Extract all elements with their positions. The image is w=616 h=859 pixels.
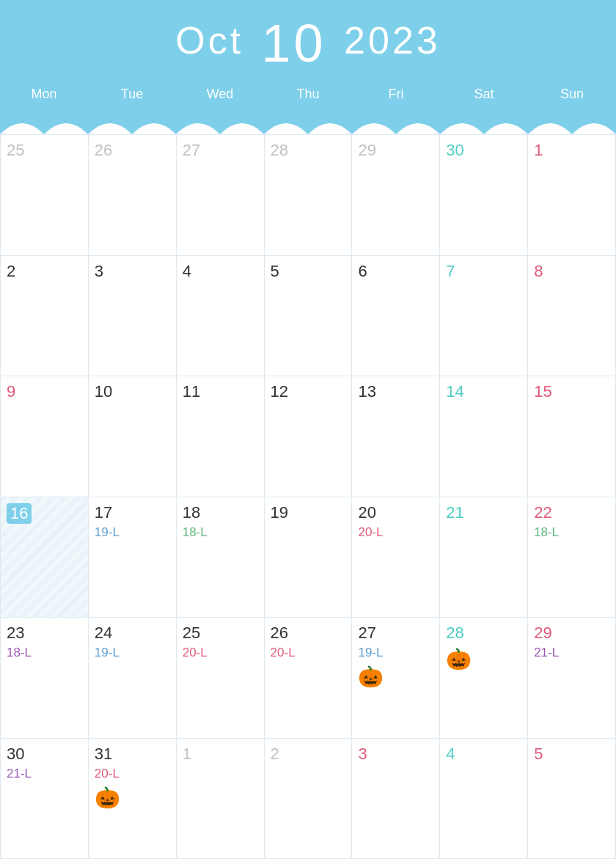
calendar-grid: 252627282930123456789101112131415161719-… [0, 134, 616, 859]
calendar-cell: 2 [265, 739, 353, 860]
day-number: 8 [534, 262, 543, 281]
day-number: 27 [183, 141, 200, 160]
calendar-cell: 2620-L [265, 618, 353, 739]
event-label: 18-L [7, 646, 82, 660]
calendar-cell: 2419-L [89, 618, 177, 739]
event-label: 20-L [358, 525, 433, 540]
day-header-fri: Fri [352, 81, 440, 112]
day-number: 11 [183, 382, 200, 401]
day-number: 24 [95, 624, 112, 643]
day-number: 4 [446, 745, 455, 764]
calendar-cell: 1719-L [89, 497, 177, 618]
event-label: 18-L [183, 525, 258, 540]
day-header-tue: Tue [88, 81, 176, 112]
event-label: 21-L [7, 767, 82, 781]
day-number: 13 [358, 382, 375, 401]
month-title: Oct 10 2023 [0, 13, 616, 73]
calendar: Oct 10 2023 MonTueWedThuFriSatSun 252627… [0, 0, 616, 859]
event-label: 20-L [95, 767, 170, 781]
calendar-cell: 15 [528, 376, 616, 497]
calendar-cell: 9 [1, 376, 89, 497]
day-header-thu: Thu [264, 81, 352, 112]
calendar-cell: 3 [89, 256, 177, 377]
event-label: 20-L [183, 646, 258, 660]
calendar-cell: 29 [352, 135, 440, 256]
year-text: 2023 [344, 19, 441, 62]
event-label: 20-L [271, 646, 346, 660]
calendar-cell: 8 [528, 256, 616, 377]
day-number: 2 [7, 262, 15, 281]
calendar-cell: 6 [352, 256, 440, 377]
calendar-cell: 11 [177, 376, 265, 497]
day-number: 1 [534, 141, 543, 160]
calendar-cell: 27 [177, 135, 265, 256]
day-header-sun: Sun [528, 81, 616, 112]
calendar-header: Oct 10 2023 [0, 0, 616, 81]
day-number: 30 [7, 745, 24, 764]
calendar-cell: 4 [177, 256, 265, 377]
calendar-cell: 16 [1, 497, 89, 618]
calendar-cell: 26 [89, 135, 177, 256]
day-number: 3 [358, 745, 367, 764]
day-number: 25 [183, 624, 200, 643]
day-number: 15 [534, 382, 551, 401]
day-number: 1 [183, 745, 191, 764]
day-number: 29 [358, 141, 375, 160]
calendar-cell: 3 [352, 739, 440, 860]
calendar-cell: 1 [177, 739, 265, 860]
day-number: 5 [271, 262, 279, 281]
calendar-cell: 4 [440, 739, 528, 860]
day-number: 10 [95, 382, 112, 401]
calendar-cell: 28🎃 [440, 618, 528, 739]
day-number: 23 [7, 624, 24, 643]
day-number: 9 [7, 382, 15, 401]
event-emoji: 🎃 [446, 647, 521, 671]
day-number: 7 [446, 262, 455, 281]
day-number: 12 [271, 382, 288, 401]
day-number: 30 [446, 141, 463, 160]
day-number: 2 [271, 745, 279, 764]
day-number: 6 [358, 262, 367, 281]
event-label: 18-L [534, 525, 609, 540]
month-text: Oct [175, 19, 243, 62]
event-label: 21-L [534, 646, 609, 660]
scallop-decoration [0, 112, 616, 134]
calendar-cell: 13 [352, 376, 440, 497]
day-number: 17 [95, 503, 112, 522]
day-header-mon: Mon [0, 81, 88, 112]
calendar-cell: 25 [1, 135, 89, 256]
calendar-cell: 10 [89, 376, 177, 497]
calendar-cell: 28 [265, 135, 353, 256]
day-number: 3 [95, 262, 103, 281]
event-emoji: 🎃 [358, 665, 433, 689]
day-number: 25 [7, 141, 24, 160]
day-header-sat: Sat [440, 81, 528, 112]
day-number: 14 [446, 382, 463, 401]
day-number: 21 [446, 503, 463, 522]
day-number: 4 [183, 262, 191, 281]
day-number: 26 [95, 141, 112, 160]
calendar-cell: 5 [528, 739, 616, 860]
calendar-cell: 1818-L [177, 497, 265, 618]
day-number: 29 [534, 624, 551, 643]
calendar-cell: 2719-L🎃 [352, 618, 440, 739]
event-emoji: 🎃 [95, 786, 170, 810]
day-number: 28 [271, 141, 288, 160]
calendar-cell: 12 [265, 376, 353, 497]
day-number: 19 [271, 503, 288, 522]
day-number: 16 [7, 503, 32, 524]
calendar-cell: 7 [440, 256, 528, 377]
calendar-cell: 30 [440, 135, 528, 256]
day-number: 27 [358, 624, 375, 643]
event-label: 19-L [95, 646, 170, 660]
calendar-cell: 3021-L [1, 739, 89, 860]
day-header-wed: Wed [176, 81, 264, 112]
calendar-cell: 3120-L🎃 [89, 739, 177, 860]
calendar-cell: 1 [528, 135, 616, 256]
calendar-cell: 2020-L [352, 497, 440, 618]
calendar-cell: 2520-L [177, 618, 265, 739]
day-headers-row: MonTueWedThuFriSatSun [0, 81, 616, 112]
day-number: 26 [271, 624, 288, 643]
event-label: 19-L [358, 646, 433, 660]
calendar-cell: 21 [440, 497, 528, 618]
